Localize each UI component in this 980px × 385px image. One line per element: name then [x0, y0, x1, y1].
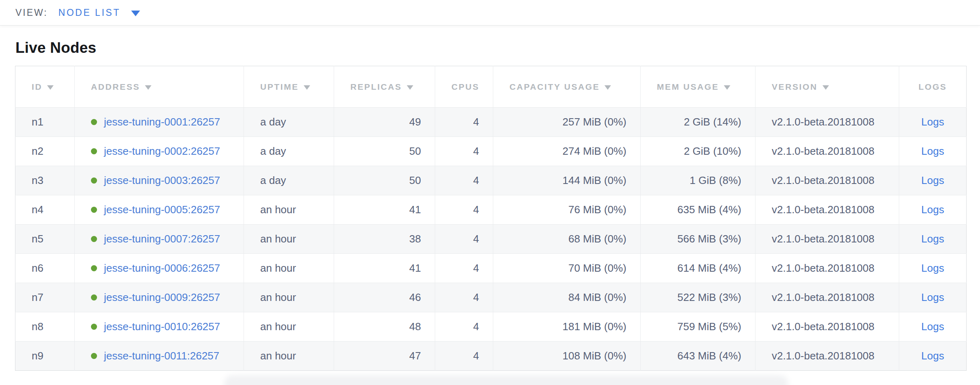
mem-value: 643 MiB (4%) — [678, 350, 742, 362]
cpus-value: 4 — [473, 320, 479, 333]
cell-replicas: 50 — [334, 166, 435, 195]
sort-desc-icon — [604, 85, 611, 90]
column-header-uptime[interactable]: UPTIME — [244, 66, 334, 108]
cell-logs: Logs — [899, 225, 967, 254]
cell-id: n2 — [15, 137, 75, 166]
logs-link[interactable]: Logs — [921, 262, 944, 274]
node-address-link[interactable]: jesse-tuning-0007:26257 — [104, 233, 220, 245]
cell-uptime: an hour — [244, 254, 334, 283]
node-address-link[interactable]: jesse-tuning-0006:26257 — [104, 262, 220, 274]
column-header-version[interactable]: VERSION — [756, 66, 899, 108]
cpus-value: 4 — [473, 145, 479, 157]
version-value: v2.1.0-beta.20181008 — [772, 262, 874, 274]
replicas-value: 41 — [409, 203, 421, 216]
mem-value: 614 MiB (4%) — [678, 262, 742, 274]
logs-link[interactable]: Logs — [921, 291, 944, 303]
id-value: n9 — [32, 350, 43, 362]
node-address-link[interactable]: jesse-tuning-0001:26257 — [104, 116, 220, 128]
mem-value: 2 GiB (10%) — [684, 145, 741, 157]
column-header-id[interactable]: ID — [15, 66, 75, 108]
cell-cpus: 4 — [435, 342, 493, 371]
column-header-label: ID — [32, 82, 42, 91]
cell-version: v2.1.0-beta.20181008 — [756, 342, 899, 371]
cell-id: n7 — [15, 283, 75, 312]
bottom-scroll-shadow — [224, 375, 788, 385]
logs-link[interactable]: Logs — [921, 203, 944, 216]
logs-link[interactable]: Logs — [921, 116, 944, 128]
cell-id: n3 — [15, 166, 75, 195]
node-live-status-icon — [91, 236, 97, 242]
capacity-value: 84 MiB (0%) — [568, 291, 626, 303]
logs-link[interactable]: Logs — [921, 145, 944, 157]
version-value: v2.1.0-beta.20181008 — [772, 291, 874, 303]
id-value: n3 — [32, 174, 43, 186]
cell-id: n4 — [15, 195, 75, 225]
logs-link[interactable]: Logs — [921, 350, 944, 362]
node-address-link[interactable]: jesse-tuning-0005:26257 — [104, 203, 220, 216]
mem-value: 759 MiB (5%) — [678, 320, 742, 333]
replicas-value: 41 — [409, 262, 421, 274]
cell-uptime: an hour — [244, 195, 334, 225]
mem-value: 566 MiB (3%) — [678, 233, 742, 245]
cpus-value: 4 — [473, 262, 479, 274]
cell-cpus: 4 — [435, 195, 493, 225]
mem-value: 522 MiB (3%) — [678, 291, 742, 303]
cell-version: v2.1.0-beta.20181008 — [756, 166, 899, 195]
live-nodes-section: Live Nodes IDADDRESSUPTIMEREPLICASCPUSCA… — [0, 39, 980, 371]
cell-capacity: 70 MiB (0%) — [493, 254, 641, 283]
node-address-link[interactable]: jesse-tuning-0009:26257 — [104, 291, 220, 303]
capacity-value: 68 MiB (0%) — [568, 233, 626, 245]
capacity-value: 76 MiB (0%) — [568, 203, 626, 216]
logs-link[interactable]: Logs — [921, 174, 944, 186]
cell-mem: 2 GiB (14%) — [641, 108, 756, 137]
node-address-link[interactable]: jesse-tuning-0011:26257 — [104, 350, 219, 362]
version-value: v2.1.0-beta.20181008 — [772, 203, 874, 216]
table-row: n7jesse-tuning-0009:26257an hour46484 Mi… — [15, 283, 967, 312]
node-address-link[interactable]: jesse-tuning-0002:26257 — [104, 145, 220, 157]
cpus-value: 4 — [473, 174, 479, 186]
cell-id: n9 — [15, 342, 75, 371]
column-header-capacity-usage[interactable]: CAPACITY USAGE — [493, 66, 641, 108]
logs-link[interactable]: Logs — [921, 320, 944, 333]
cell-capacity: 108 MiB (0%) — [493, 342, 641, 371]
cell-address: jesse-tuning-0009:26257 — [75, 283, 244, 312]
mem-value: 635 MiB (4%) — [678, 203, 742, 216]
cell-capacity: 144 MiB (0%) — [493, 166, 641, 195]
cell-logs: Logs — [899, 254, 967, 283]
cell-address: jesse-tuning-0007:26257 — [75, 225, 244, 254]
cell-address: jesse-tuning-0001:26257 — [75, 108, 244, 137]
logs-link[interactable]: Logs — [921, 233, 944, 245]
version-value: v2.1.0-beta.20181008 — [772, 174, 874, 186]
column-header-label: LOGS — [919, 82, 947, 91]
mem-value: 1 GiB (8%) — [690, 174, 741, 186]
sort-desc-icon — [304, 85, 310, 90]
table-row: n2jesse-tuning-0002:26257a day504274 MiB… — [15, 137, 967, 166]
id-value: n1 — [32, 116, 43, 128]
cell-version: v2.1.0-beta.20181008 — [756, 195, 899, 225]
node-address-link[interactable]: jesse-tuning-0003:26257 — [104, 174, 220, 186]
column-header-address[interactable]: ADDRESS — [75, 66, 244, 108]
cell-replicas: 41 — [334, 195, 435, 225]
capacity-value: 144 MiB (0%) — [563, 174, 627, 186]
cell-replicas: 49 — [334, 108, 435, 137]
node-address-link[interactable]: jesse-tuning-0010:26257 — [104, 320, 220, 333]
table-row: n8jesse-tuning-0010:26257an hour484181 M… — [15, 312, 967, 342]
replicas-value: 46 — [409, 291, 421, 303]
view-selector[interactable]: NODE LIST — [58, 7, 140, 18]
cell-replicas: 41 — [334, 254, 435, 283]
version-value: v2.1.0-beta.20181008 — [772, 145, 874, 157]
column-header-cpus: CPUS — [435, 66, 493, 108]
cell-uptime: a day — [244, 137, 334, 166]
column-header-replicas[interactable]: REPLICAS — [334, 66, 435, 108]
replicas-value: 38 — [409, 233, 421, 245]
view-label: VIEW: — [15, 7, 48, 18]
version-value: v2.1.0-beta.20181008 — [772, 350, 874, 362]
uptime-value: an hour — [260, 350, 296, 362]
version-value: v2.1.0-beta.20181008 — [772, 116, 874, 128]
cell-uptime: a day — [244, 166, 334, 195]
column-header-mem-usage[interactable]: MEM USAGE — [641, 66, 756, 108]
page-title: Live Nodes — [15, 39, 966, 57]
column-header-label: CAPACITY USAGE — [509, 82, 600, 91]
cell-id: n1 — [15, 108, 75, 137]
sort-desc-icon — [822, 85, 829, 90]
